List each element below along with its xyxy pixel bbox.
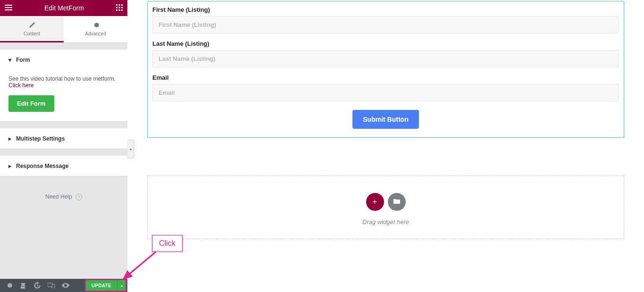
- last-name-input[interactable]: [152, 50, 619, 67]
- tab-content[interactable]: Content: [0, 16, 64, 42]
- first-name-label: First Name (Listing): [152, 6, 619, 13]
- add-section-button[interactable]: +: [366, 193, 384, 211]
- svg-rect-7: [118, 9, 120, 11]
- hamburger-icon[interactable]: [5, 5, 12, 12]
- section-form-body: See this video tutorial how to use metfo…: [0, 70, 127, 121]
- section-multistep-header[interactable]: ▸ Multistep Settings: [0, 129, 127, 149]
- editor-canvas: First Name (Listing) Last Name (Listing)…: [127, 0, 644, 292]
- gear-icon: [64, 22, 127, 28]
- annotation-click-label: Click: [152, 235, 183, 252]
- settings-icon[interactable]: [2, 279, 16, 292]
- preview-icon[interactable]: [59, 279, 73, 292]
- sidebar-header: Edit MetForm: [0, 0, 127, 16]
- svg-rect-2: [121, 4, 123, 6]
- drop-zone[interactable]: + Drag widget here: [147, 175, 624, 239]
- section-multistep-label: Multistep Settings: [16, 135, 65, 142]
- email-label: Email: [152, 74, 619, 81]
- chevron-down-icon: ▾: [8, 57, 11, 63]
- svg-rect-4: [118, 7, 120, 8]
- tutorial-link[interactable]: Click here: [8, 82, 119, 89]
- folder-icon: [393, 198, 400, 206]
- edit-form-button[interactable]: Edit Form: [8, 95, 54, 112]
- widgets-grid-icon[interactable]: [116, 4, 123, 12]
- section-response-header[interactable]: ▸ Response Message: [0, 156, 127, 176]
- responsive-icon[interactable]: [44, 279, 59, 292]
- last-name-label: Last Name (Listing): [152, 40, 619, 47]
- svg-rect-3: [116, 7, 117, 8]
- history-icon[interactable]: [30, 279, 44, 292]
- need-help[interactable]: Need Help ?: [0, 176, 127, 200]
- section-response-label: Response Message: [16, 163, 68, 169]
- field-first-name: First Name (Listing): [152, 6, 619, 33]
- tutorial-text: See this video tutorial how to use metfo…: [8, 75, 116, 82]
- help-icon: ?: [75, 194, 82, 200]
- svg-rect-10: [52, 284, 55, 288]
- sidebar: Edit MetForm Content Advanced ▾ Form See…: [0, 0, 127, 292]
- pencil-icon: [0, 22, 64, 28]
- tab-advanced[interactable]: Advanced: [64, 16, 127, 42]
- tab-advanced-label: Advanced: [85, 31, 106, 36]
- plus-icon: +: [373, 198, 377, 206]
- field-last-name: Last Name (Listing): [152, 40, 619, 67]
- panel-title: Edit MetForm: [44, 4, 84, 12]
- section-form-header[interactable]: ▾ Form: [0, 50, 127, 70]
- tab-bar: Content Advanced: [0, 16, 127, 43]
- email-input[interactable]: [152, 84, 619, 101]
- svg-rect-1: [118, 4, 120, 6]
- navigator-icon[interactable]: [16, 279, 30, 292]
- footer-bar: UPDATE ▴: [0, 279, 127, 292]
- chevron-right-icon: ▸: [8, 163, 11, 169]
- svg-rect-8: [121, 9, 123, 11]
- drop-hint: Drag widget here: [148, 218, 624, 225]
- update-dropdown-button[interactable]: ▴: [117, 280, 125, 291]
- svg-rect-0: [116, 4, 117, 6]
- chevron-right-icon: ▸: [8, 135, 11, 142]
- first-name-input[interactable]: [152, 16, 619, 33]
- metform-widget[interactable]: First Name (Listing) Last Name (Listing)…: [147, 1, 624, 138]
- svg-rect-5: [121, 7, 123, 8]
- update-button[interactable]: UPDATE: [86, 280, 117, 291]
- template-library-button[interactable]: [388, 193, 406, 211]
- section-form-label: Form: [16, 57, 30, 63]
- section-response: ▸ Response Message: [0, 156, 127, 176]
- section-multistep: ▸ Multistep Settings: [0, 128, 127, 149]
- need-help-label: Need Help: [45, 193, 72, 200]
- update-button-group: UPDATE ▴: [86, 280, 125, 291]
- section-form: ▾ Form See this video tutorial how to us…: [0, 50, 127, 122]
- submit-button[interactable]: Submit Button: [352, 110, 418, 129]
- field-email: Email: [152, 74, 619, 101]
- tab-content-label: Content: [24, 31, 40, 36]
- svg-rect-6: [116, 9, 117, 11]
